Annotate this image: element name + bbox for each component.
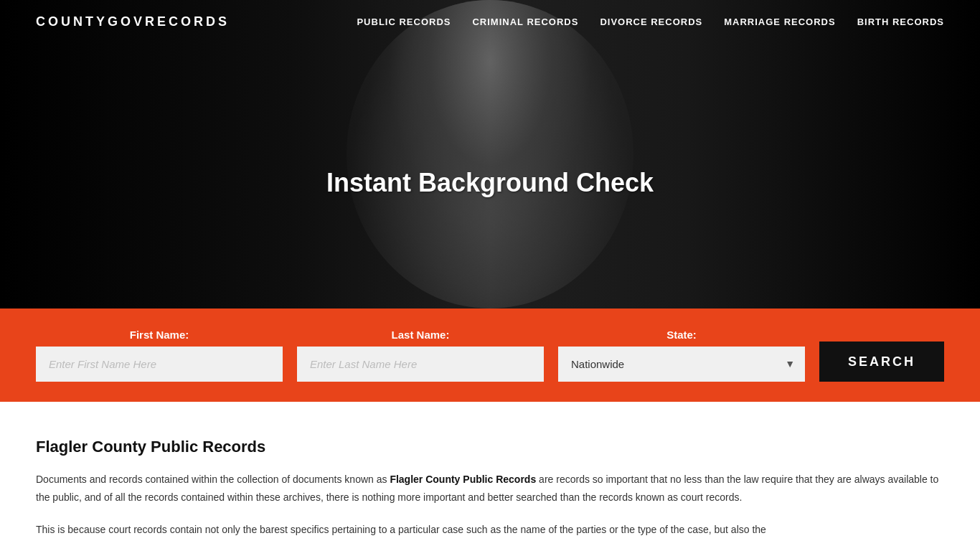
content-section: Flagler County Public Records Documents … xyxy=(0,402,980,551)
last-name-label: Last Name: xyxy=(297,329,544,341)
content-heading: Flagler County Public Records xyxy=(36,438,944,456)
nav-divorce-records[interactable]: DIVORCE RECORDS xyxy=(600,17,702,27)
nav-marriage-records[interactable]: MARRIAGE RECORDS xyxy=(724,17,835,27)
nav-criminal-records[interactable]: CRIMINAL RECORDS xyxy=(472,17,578,27)
paragraph1-bold: Flagler County Public Records xyxy=(390,474,536,485)
first-name-label: First Name: xyxy=(36,329,283,341)
content-paragraph-1: Documents and records contained within t… xyxy=(36,471,944,507)
content-paragraph-2: This is because court records contain no… xyxy=(36,521,944,539)
last-name-input[interactable] xyxy=(297,347,544,382)
main-nav: PUBLIC RECORDS CRIMINAL RECORDS DIVORCE … xyxy=(357,17,944,27)
first-name-field: First Name: xyxy=(36,329,283,382)
hero-overlay xyxy=(0,0,980,309)
nav-public-records[interactable]: PUBLIC RECORDS xyxy=(357,17,451,27)
search-button[interactable]: SEARCH xyxy=(819,342,944,382)
hero-title-container: Instant Background Check xyxy=(326,168,654,198)
paragraph1-before: Documents and records contained within t… xyxy=(36,474,390,485)
hero-heading: Instant Background Check xyxy=(326,168,654,198)
first-name-input[interactable] xyxy=(36,347,283,382)
state-select-wrapper: Nationwide Alabama Alaska Arizona Arkans… xyxy=(558,347,805,382)
nav-birth-records[interactable]: BIRTH RECORDS xyxy=(857,17,944,27)
site-logo[interactable]: COUNTYGOVRECORDS xyxy=(36,14,230,29)
hero-section: Instant Background Check xyxy=(0,0,980,309)
state-field: State: Nationwide Alabama Alaska Arizona… xyxy=(558,329,805,382)
search-section: First Name: Last Name: State: Nationwide… xyxy=(0,309,980,402)
state-select[interactable]: Nationwide Alabama Alaska Arizona Arkans… xyxy=(558,347,805,382)
header: COUNTYGOVRECORDS PUBLIC RECORDS CRIMINAL… xyxy=(0,0,980,44)
state-label: State: xyxy=(558,329,805,341)
last-name-field: Last Name: xyxy=(297,329,544,382)
